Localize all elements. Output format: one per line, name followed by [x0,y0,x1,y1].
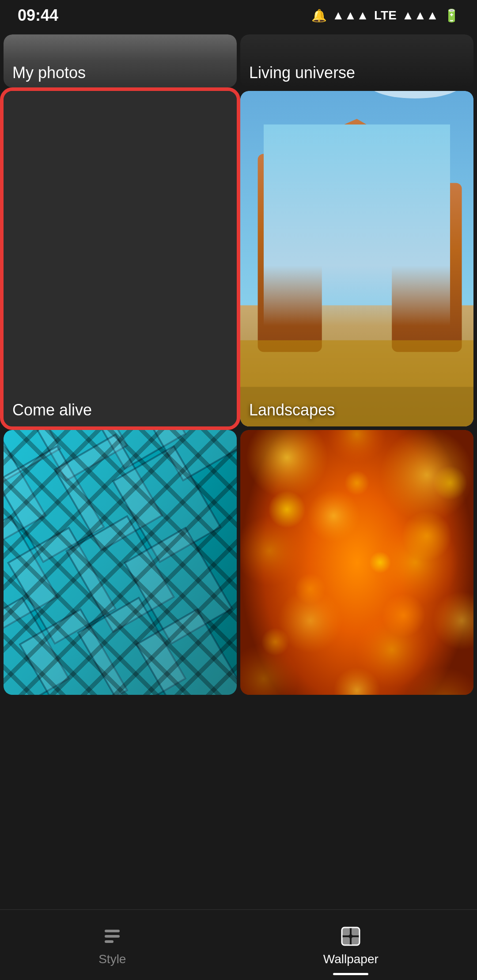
come-alive-label: Come alive [4,394,101,426]
svg-rect-16 [55,435,162,550]
svg-point-36 [240,644,299,695]
nav-item-style[interactable]: Style [72,920,152,971]
status-icons: 🔔 ▲▲▲ LTE ▲▲▲ 🔋 [311,8,459,23]
bottom-nav: Style Wallpaper [0,909,477,980]
wallpaper-icon [338,924,363,949]
my-photos-label: My photos [12,64,86,82]
svg-rect-3 [392,183,462,352]
category-living-universe[interactable]: Living universe [240,34,473,87]
svg-point-28 [328,430,386,464]
nav-item-wallpaper[interactable]: Wallpaper [297,920,405,971]
svg-rect-44 [352,927,360,935]
svg-rect-43 [342,927,350,935]
architecture-svg [4,430,237,695]
style-label: Style [98,952,126,966]
svg-rect-46 [352,937,360,945]
svg-point-33 [278,588,342,652]
svg-rect-23 [20,610,127,695]
svg-rect-20 [67,516,174,632]
svg-rect-26 [240,430,473,695]
svg-rect-14 [4,435,45,550]
svg-rect-24 [78,598,186,695]
signal-icon: ▲▲▲ [332,8,369,23]
svg-point-27 [246,430,328,498]
svg-rect-2 [258,154,322,352]
architecture-thumbnail [4,430,237,695]
svg-rect-21 [125,528,232,644]
svg-point-30 [240,516,304,585]
svg-rect-41 [105,940,114,943]
svg-rect-10 [4,430,60,483]
svg-rect-15 [4,446,104,562]
style-icon [100,924,125,949]
landscapes-thumbnail [240,91,473,426]
category-bokeh[interactable] [240,430,473,695]
svg-point-34 [354,612,430,688]
svg-rect-11 [20,430,127,480]
svg-rect-17 [113,446,220,562]
svg-rect-12 [78,430,186,469]
battery-icon: 🔋 [444,8,459,23]
svg-point-37 [333,667,380,695]
come-alive-inner: Come alive [4,91,237,426]
category-come-alive[interactable]: Come alive [4,91,237,426]
category-landscapes[interactable]: Landscapes [240,91,473,426]
svg-point-38 [404,667,473,695]
come-alive-thumbnail: Come alive [4,91,237,426]
status-time: 09:44 [18,6,58,25]
wallpaper-label: Wallpaper [323,952,379,966]
svg-rect-19 [8,528,116,644]
living-universe-label: Living universe [249,64,355,82]
alarm-icon: 🔔 [311,8,327,23]
top-partial-row: My photos Living universe [0,31,477,87]
svg-rect-13 [136,430,237,480]
svg-rect-9 [4,430,237,695]
svg-rect-25 [136,610,237,695]
svg-rect-40 [105,935,120,938]
svg-rect-39 [105,930,120,932]
svg-point-29 [380,430,473,522]
status-bar: 09:44 🔔 ▲▲▲ LTE ▲▲▲ 🔋 [0,0,477,31]
svg-rect-22 [4,598,69,695]
bokeh-thumbnail [240,430,473,695]
arch-svg [240,91,473,426]
lte-label: LTE [374,8,397,23]
svg-rect-45 [342,937,350,945]
category-architecture[interactable] [4,430,237,695]
svg-point-35 [433,592,473,650]
wallpaper-grid-container: My photos Living universe Come alive [0,31,477,909]
category-my-photos[interactable]: My photos [4,34,237,87]
wifi-icon: ▲▲▲ [402,8,439,23]
landscapes-label: Landscapes [249,401,335,419]
svg-rect-18 [4,516,57,632]
bokeh-svg [240,430,473,695]
svg-point-32 [371,519,459,606]
main-grid: Come alive [0,87,477,698]
svg-point-31 [307,490,360,542]
